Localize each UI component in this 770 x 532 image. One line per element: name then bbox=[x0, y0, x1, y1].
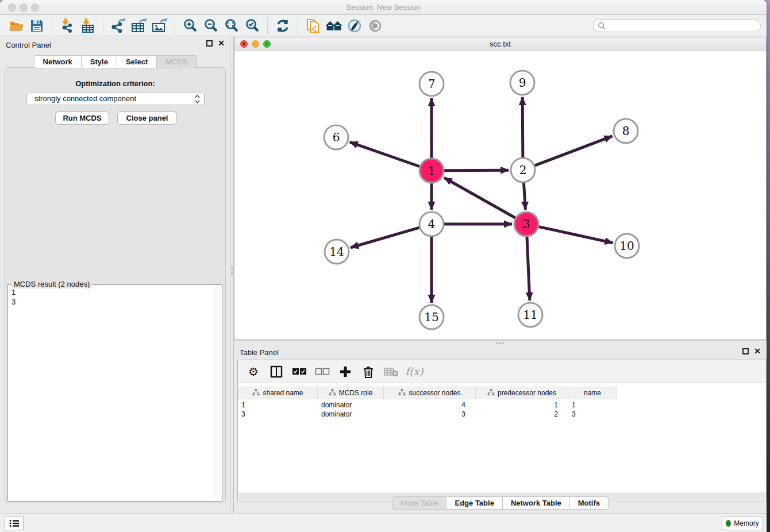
zoom-selected-icon[interactable] bbox=[244, 18, 261, 34]
graph-edge-1-2[interactable] bbox=[444, 170, 509, 171]
graph-node-7[interactable]: 7 bbox=[419, 72, 444, 96]
graph-node-8[interactable]: 8 bbox=[614, 119, 638, 143]
svg-text:2: 2 bbox=[519, 163, 527, 177]
select-all-icon[interactable] bbox=[292, 364, 307, 379]
close-panel-icon[interactable]: ✕ bbox=[754, 348, 761, 354]
export-table-icon[interactable] bbox=[130, 18, 148, 34]
tab-motifs[interactable]: Motifs bbox=[570, 496, 609, 510]
search-field[interactable] bbox=[593, 19, 761, 32]
table-settings-icon[interactable]: ⚙ bbox=[246, 364, 261, 379]
save-session-icon[interactable] bbox=[28, 18, 45, 34]
export-network-icon[interactable] bbox=[110, 18, 127, 34]
svg-text:9: 9 bbox=[519, 76, 526, 90]
graph-node-1[interactable]: 1 bbox=[419, 159, 444, 183]
export-image-icon[interactable] bbox=[151, 18, 168, 34]
zoom-fit-icon[interactable] bbox=[223, 18, 240, 34]
delete-table-icon[interactable] bbox=[384, 364, 399, 379]
memory-button[interactable]: Memory bbox=[722, 516, 763, 530]
control-panel: Control Panel ✕ NetworkStyleSelectMCDS O… bbox=[0, 36, 230, 513]
graph-edge-1-6[interactable] bbox=[350, 142, 420, 166]
tree-icon bbox=[398, 389, 406, 398]
task-history-button[interactable] bbox=[5, 516, 24, 530]
svg-text:6: 6 bbox=[333, 130, 340, 144]
zoom-in-icon[interactable] bbox=[182, 18, 199, 34]
graph-node-9[interactable]: 9 bbox=[510, 71, 534, 95]
graph-node-2[interactable]: 2 bbox=[511, 158, 535, 182]
graph-node-6[interactable]: 6 bbox=[324, 125, 348, 149]
tab-select[interactable]: Select bbox=[117, 55, 157, 68]
tab-mcds[interactable]: MCDS bbox=[157, 55, 197, 68]
run-mcds-button[interactable]: Run MCDS bbox=[55, 111, 109, 125]
cell-MCDS-role[interactable]: dominator bbox=[318, 410, 384, 419]
cell-predecessor-nodes[interactable]: 2 bbox=[476, 410, 568, 419]
graph-edge-2-8[interactable] bbox=[535, 136, 613, 165]
table-row[interactable]: 3dominator323 bbox=[238, 410, 617, 419]
apply-layout-icon[interactable] bbox=[274, 18, 291, 34]
network-graph-canvas[interactable]: 7968124314101511 bbox=[234, 51, 766, 340]
graph-node-15[interactable]: 15 bbox=[419, 305, 444, 329]
cell-name[interactable]: 3 bbox=[568, 410, 617, 419]
optimization-criterion-select[interactable]: strongly connected component bbox=[26, 92, 205, 105]
import-table-icon[interactable] bbox=[79, 18, 97, 34]
cell-MCDS-role[interactable]: dominator bbox=[318, 400, 384, 410]
cell-successor-nodes[interactable]: 4 bbox=[384, 400, 476, 410]
graph-node-14[interactable]: 14 bbox=[325, 240, 349, 264]
tab-network-table[interactable]: Network Table bbox=[503, 496, 570, 510]
graph-edge-4-14[interactable] bbox=[351, 228, 419, 248]
graph-node-10[interactable]: 10 bbox=[615, 234, 639, 258]
graph-edge-3-11[interactable] bbox=[527, 237, 530, 300]
tab-node-table[interactable]: Node Table bbox=[392, 496, 447, 510]
mcds-result-list[interactable]: 1 3 bbox=[9, 287, 213, 500]
cell-successor-nodes[interactable]: 3 bbox=[384, 410, 476, 419]
memory-label: Memory bbox=[734, 519, 759, 527]
open-session-icon[interactable] bbox=[7, 18, 25, 34]
svg-text:3: 3 bbox=[523, 217, 530, 231]
network-file-icon[interactable] bbox=[305, 18, 322, 34]
add-column-icon[interactable] bbox=[338, 364, 353, 379]
cell-predecessor-nodes[interactable]: 1 bbox=[476, 400, 568, 410]
column-header-shared-name[interactable]: shared name bbox=[238, 387, 318, 399]
graph-edge-2-3[interactable] bbox=[523, 183, 525, 210]
cell-name[interactable]: 1 bbox=[568, 400, 617, 410]
graph-node-4[interactable]: 4 bbox=[419, 212, 444, 236]
deselect-all-icon[interactable] bbox=[315, 364, 330, 379]
control-panel-title: Control Panel bbox=[6, 41, 51, 49]
column-header-MCDS-role[interactable]: MCDS role bbox=[318, 387, 384, 399]
tab-network[interactable]: Network bbox=[34, 55, 82, 68]
delete-column-icon[interactable] bbox=[361, 364, 376, 379]
table-row[interactable]: 1dominator411 bbox=[238, 400, 617, 410]
main-toolbar bbox=[0, 16, 767, 36]
horizontal-splitter[interactable] bbox=[234, 340, 767, 345]
import-network-icon[interactable] bbox=[59, 18, 76, 34]
float-panel-icon[interactable] bbox=[742, 348, 749, 354]
eye-icon[interactable] bbox=[367, 18, 384, 34]
graph-node-3[interactable]: 3 bbox=[514, 212, 538, 236]
column-header-name[interactable]: name bbox=[568, 387, 617, 399]
home-pages-icon[interactable] bbox=[325, 18, 342, 34]
search-icon bbox=[598, 22, 606, 30]
style-brush-icon[interactable] bbox=[346, 18, 363, 34]
splitter-grip[interactable] bbox=[496, 342, 504, 344]
toolbar-separator bbox=[267, 18, 268, 34]
result-scrollbar[interactable] bbox=[214, 286, 221, 500]
graph-node-11[interactable]: 11 bbox=[518, 303, 542, 327]
graph-edge-2-9[interactable] bbox=[522, 97, 523, 157]
cell-shared-name[interactable]: 1 bbox=[238, 400, 318, 410]
split-view-icon[interactable] bbox=[269, 364, 284, 379]
close-panel-icon[interactable]: ✕ bbox=[218, 40, 225, 47]
float-panel-icon[interactable] bbox=[206, 40, 213, 47]
tab-style[interactable]: Style bbox=[82, 55, 117, 68]
network-window-titlebar[interactable]: × − + scc.txt bbox=[234, 37, 766, 51]
graph-edge-3-10[interactable] bbox=[538, 227, 613, 243]
zoom-out-icon[interactable] bbox=[202, 18, 220, 34]
cell-shared-name[interactable]: 3 bbox=[238, 410, 318, 419]
graph-edge-3-1[interactable] bbox=[444, 178, 515, 218]
search-input[interactable] bbox=[609, 21, 760, 30]
close-panel-button[interactable]: Close panel bbox=[117, 111, 177, 125]
column-header-predecessor-nodes[interactable]: predecessor nodes bbox=[476, 387, 568, 399]
tree-icon bbox=[329, 389, 336, 398]
function-builder-icon[interactable]: f(x) bbox=[407, 364, 422, 379]
column-header-successor-nodes[interactable]: successor nodes bbox=[384, 387, 476, 399]
splitter-grip[interactable] bbox=[231, 267, 233, 276]
tab-edge-table[interactable]: Edge Table bbox=[446, 496, 502, 510]
